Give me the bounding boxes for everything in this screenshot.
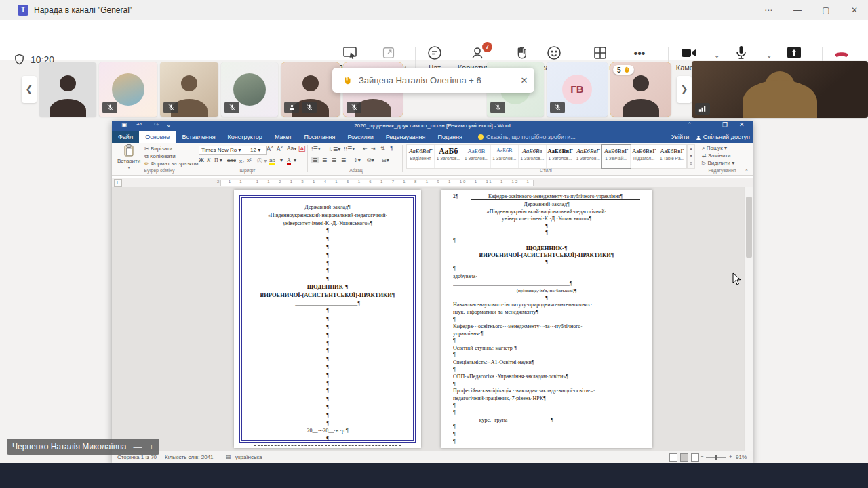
change-case-button[interactable]: Аа▾	[287, 146, 296, 152]
language-indicator[interactable]: українська	[235, 454, 262, 460]
italic-button[interactable]: К	[207, 157, 210, 163]
font-color-button[interactable]: А	[287, 157, 291, 165]
ribbon-tab[interactable]: Подання	[431, 131, 468, 143]
text-effects-button[interactable]: Ⓐ ▾	[257, 157, 267, 165]
copy-button[interactable]: ⧉ Копіювати	[144, 153, 176, 160]
font-name-select[interactable]: Times New Ro ▾	[199, 146, 249, 155]
decrease-indent-button[interactable]: ⇤	[363, 146, 368, 152]
style-item[interactable]: АаБбВвГ1 Заголов...	[574, 145, 602, 168]
style-item[interactable]: АаБбВ1 Заголов...	[462, 145, 490, 168]
ribbon-tab[interactable]: Конструктор	[222, 131, 269, 143]
strip-scroll-left[interactable]: ❮	[22, 76, 37, 103]
vertical-scrollbar[interactable]	[744, 187, 753, 451]
doc-page-2[interactable]: 2¶ Кафедра·освітнього·менеджменту·та·пуб…	[441, 190, 652, 448]
overlay-plus-icon[interactable]: +	[149, 442, 154, 452]
word-count[interactable]: Кількість слів: 2041	[165, 454, 214, 460]
bold-button[interactable]: Ж	[199, 157, 204, 163]
align-center-button[interactable]: ☰	[322, 157, 327, 163]
view-buttons[interactable]	[669, 453, 702, 462]
grow-font-button[interactable]: А˄	[267, 146, 274, 152]
titlebar-more-button[interactable]: ⋯	[755, 0, 782, 20]
align-right-button[interactable]: ☰	[332, 157, 336, 163]
underline-button[interactable]: П ▾	[214, 157, 222, 163]
format-painter-button[interactable]: ✏ Формат за зразком	[144, 161, 199, 167]
zoom-level[interactable]: 91%	[736, 454, 747, 460]
participant-tile-hand-raised[interactable]	[281, 62, 340, 117]
maximize-button[interactable]: ▢	[812, 0, 840, 20]
proofing-icon[interactable]: ▤	[226, 453, 231, 460]
web-view-icon[interactable]	[691, 453, 699, 462]
highlight-button[interactable]: ab	[269, 157, 275, 165]
borders-button[interactable]: ⊞▾	[382, 157, 389, 163]
page-indicator[interactable]: Сторінка 1 із 70	[117, 454, 157, 460]
participant-tile-large[interactable]	[692, 61, 868, 118]
ribbon-options-icon[interactable]: ⌃	[687, 121, 692, 128]
ribbon-tab[interactable]: Макет	[269, 131, 298, 143]
cut-button[interactable]: ✂ Вирізати	[144, 146, 172, 152]
clear-format-button[interactable]: 🄰	[299, 146, 305, 152]
participant-tile[interactable]: ГВ	[547, 62, 608, 117]
ribbon-tab[interactable]: Основне	[139, 131, 176, 143]
superscript-button[interactable]: x²	[247, 157, 252, 163]
numbering-button[interactable]: ⒈☰▾	[328, 146, 340, 153]
sort-button[interactable]: ⇅	[380, 146, 385, 152]
ribbon-tab[interactable]: Вставлення	[176, 131, 221, 143]
shrink-font-button[interactable]: А˅	[277, 146, 283, 152]
ruler[interactable]: L 2 · 1 · 1 · · 1 · 1 · 2 · 1 · 3 · 1 · …	[112, 178, 753, 187]
hand-raised-banner[interactable]: Зайцева Наталія Олегівна + 6 ✕	[332, 68, 534, 93]
participant-tile[interactable]	[160, 62, 218, 117]
ribbon-tab[interactable]: Розсилки	[341, 131, 379, 143]
show-marks-button[interactable]: ¶	[390, 146, 393, 152]
subscript-button[interactable]: x₂	[239, 158, 244, 164]
minimize-button[interactable]: —	[784, 0, 811, 20]
banner-close-icon[interactable]: ✕	[514, 75, 534, 85]
scrollbar-thumb[interactable]	[746, 197, 752, 258]
participant-tile[interactable]	[221, 62, 278, 117]
camera-options-chevron[interactable]: ⌄	[714, 52, 719, 59]
tell-me-box[interactable]: Скажіть, що потрібно зробити...	[471, 131, 576, 143]
style-item[interactable]: АаБбВвГВиділення	[407, 145, 435, 168]
multilevel-list-button[interactable]: ⁝⁝☰▾	[344, 146, 355, 152]
styles-scroll[interactable]: ▴▾≡	[687, 144, 695, 169]
bullets-button[interactable]: ⁝☰▾	[311, 146, 321, 152]
strip-scroll-right[interactable]: ❯	[677, 76, 692, 103]
replace-button[interactable]: ⇄ Замінити	[702, 152, 731, 159]
ribbon-tab[interactable]: Файл	[112, 131, 139, 143]
style-item[interactable]: АаБб1 Заголов...	[435, 145, 462, 168]
style-item[interactable]: АаБбВв1 Заголов...	[519, 145, 547, 168]
participant-tile-speaker[interactable]: 5	[610, 62, 671, 117]
print-view-icon[interactable]	[680, 453, 688, 462]
read-view-icon[interactable]	[669, 453, 677, 462]
style-item[interactable]: АаБбВ1 Заголов...	[491, 145, 519, 168]
justify-button[interactable]: ☰	[341, 157, 346, 163]
font-size-select[interactable]: 12 ▾	[248, 146, 267, 155]
close-button[interactable]: ✕	[841, 0, 868, 20]
zoom-out-button[interactable]: −	[701, 453, 704, 460]
paste-button[interactable]: Вставити ▾	[117, 144, 140, 170]
doc-page-1[interactable]: Державний·заклад¶«Південноукраїнський·на…	[234, 190, 421, 448]
style-item[interactable]: АаБбВвГ1 Table Pa...	[658, 145, 686, 168]
style-item[interactable]: АаБбВвГ1 Заголов...	[547, 145, 574, 168]
highlight-chevron[interactable]: ▾	[280, 157, 283, 163]
signin-link[interactable]: Увійти	[671, 131, 689, 143]
word-close-icon[interactable]: ✕	[739, 121, 745, 128]
align-left-button[interactable]: ☰	[311, 157, 319, 163]
word-minimize-icon[interactable]: —	[705, 121, 711, 128]
style-item[interactable]: АаБбВвГ1 Звичай...	[602, 145, 630, 168]
line-spacing-button[interactable]: ⇕▾	[353, 157, 361, 163]
font-color-chevron[interactable]: ▾	[294, 157, 296, 163]
overlay-minus-icon[interactable]: —	[133, 442, 142, 452]
share-link[interactable]: Спільний доступ	[696, 131, 750, 143]
ribbon-tab[interactable]: Посилання	[298, 131, 341, 143]
style-item[interactable]: АаБбВвГПідзагол...	[631, 145, 658, 168]
select-button[interactable]: ▷ Виділити ▾	[702, 160, 734, 166]
ribbon-tab[interactable]: Рецензування	[380, 131, 432, 143]
word-restore-icon[interactable]: ❐	[722, 121, 728, 128]
zoom-slider[interactable]	[706, 457, 726, 458]
shading-button[interactable]: ⛁▾	[367, 157, 374, 163]
collapse-ribbon-icon[interactable]: ⌃	[745, 169, 749, 174]
increase-indent-button[interactable]: ⇥	[371, 146, 376, 152]
document-canvas[interactable]: Державний·заклад¶«Південноукраїнський·на…	[112, 187, 753, 451]
participant-tile[interactable]	[99, 62, 157, 117]
find-button[interactable]: ⌕ Пошук ▾	[702, 145, 727, 152]
